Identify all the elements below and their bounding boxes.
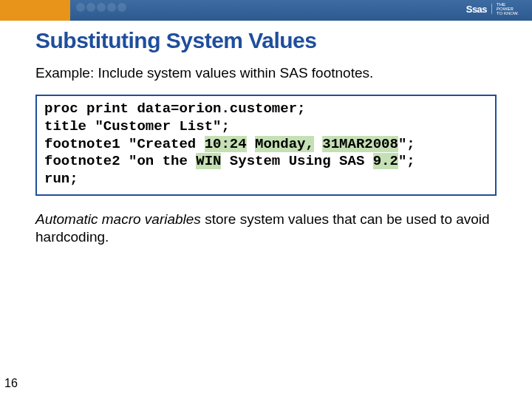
logo-tagline: THE POWER TO KNOW. <box>497 2 519 16</box>
code-line: proc print data=orion.customer; <box>44 100 305 117</box>
slide-number: 16 <box>4 377 18 390</box>
code-line: footnote2 "on the WIN System Using SAS 9… <box>44 153 415 169</box>
example-label: Example: Include system values within SA… <box>35 65 497 81</box>
sas-logo: Ssas THE POWER TO KNOW. <box>466 2 519 16</box>
explanation-italic: Automatic macro variables <box>35 211 201 227</box>
code-line: footnote1 "Created 10:24 Monday, 31MAR20… <box>44 136 415 152</box>
slide-title: Substituting System Values <box>35 28 497 53</box>
header-blue-block: Ssas THE POWER TO KNOW. <box>70 0 532 21</box>
header-orange-block <box>0 0 70 21</box>
code-line: title "Customer List"; <box>44 118 230 134</box>
code-line: run; <box>44 171 78 187</box>
header-dots <box>76 3 126 12</box>
highlight-date: 31MAR2008 <box>322 136 398 152</box>
slide-content: Substituting System Values Example: Incl… <box>0 21 532 247</box>
highlight-time: 10:24 <box>205 136 247 152</box>
explanation-text: Automatic macro variables store system v… <box>35 211 497 247</box>
header-bar: Ssas THE POWER TO KNOW. <box>0 0 532 21</box>
logo-divider <box>491 4 492 14</box>
code-box: proc print data=orion.customer; title "C… <box>35 95 497 196</box>
highlight-version: 9.2 <box>373 153 398 169</box>
highlight-os: WIN <box>196 153 221 169</box>
highlight-day: Monday, <box>255 136 314 152</box>
logo-text: Ssas <box>466 4 487 15</box>
